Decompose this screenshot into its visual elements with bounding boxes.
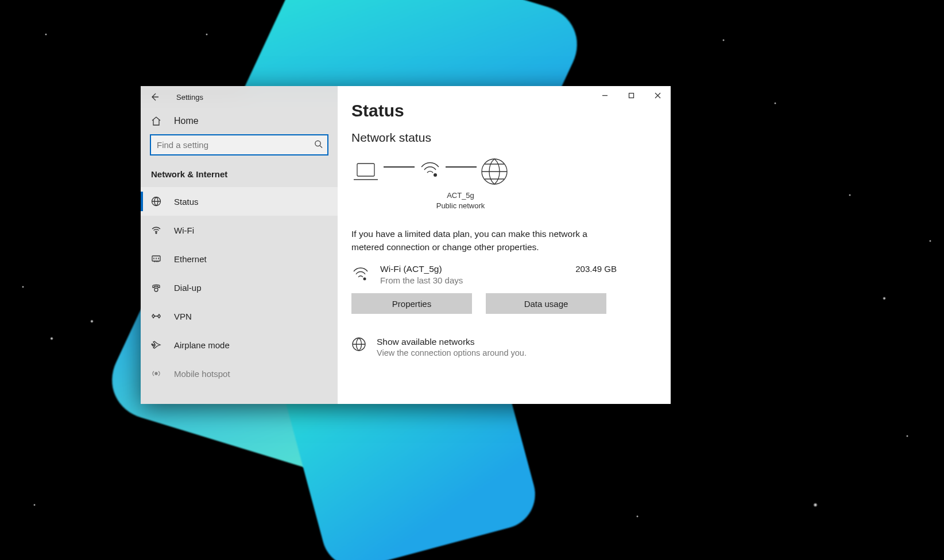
- hotspot-icon: [151, 368, 161, 379]
- available-title: Show available networks: [377, 337, 527, 347]
- sidebar-item-ethernet[interactable]: Ethernet: [141, 244, 338, 273]
- connector-line: [384, 166, 415, 168]
- maximize-button[interactable]: [618, 86, 644, 104]
- sidebar-item-label: Ethernet: [174, 254, 207, 264]
- data-usage-button[interactable]: Data usage: [486, 293, 606, 314]
- connector-line: [446, 166, 477, 168]
- sidebar-item-label: Airplane mode: [174, 340, 230, 350]
- home-icon: [151, 116, 161, 126]
- available-subtitle: View the connection options around you.: [377, 348, 527, 357]
- properties-button[interactable]: Properties: [351, 293, 472, 314]
- airplane-icon: [151, 340, 161, 350]
- ethernet-icon: [151, 254, 161, 264]
- svg-point-6: [158, 315, 160, 317]
- sidebar-item-label: Status: [174, 197, 199, 207]
- section-title: Network status: [351, 131, 657, 145]
- network-usage-block: Wi-Fi (ACT_5g) From the last 30 days 203…: [351, 264, 657, 285]
- network-name: Wi-Fi (ACT_5g): [380, 264, 565, 274]
- dialup-icon: [151, 282, 161, 293]
- close-button[interactable]: [644, 86, 671, 104]
- wifi-icon: [151, 225, 161, 235]
- globe-icon: [480, 157, 509, 188]
- svg-rect-9: [357, 164, 374, 176]
- sidebar-home[interactable]: Home: [141, 108, 338, 134]
- svg-point-10: [434, 173, 437, 177]
- globe-network-icon: [351, 337, 366, 354]
- svg-point-7: [155, 372, 157, 375]
- network-period: From the last 30 days: [380, 275, 565, 285]
- sidebar-item-label: Dial-up: [174, 283, 202, 293]
- show-available-networks[interactable]: Show available networks View the connect…: [351, 337, 657, 357]
- svg-point-5: [152, 315, 154, 317]
- diagram-caption: ACT_5g Public network: [409, 190, 512, 211]
- sidebar-item-status[interactable]: Status: [141, 187, 338, 216]
- sidebar-item-airplane[interactable]: Airplane mode: [141, 330, 338, 359]
- info-text: If you have a limited data plan, you can…: [351, 228, 593, 254]
- sidebar-item-hotspot[interactable]: Mobile hotspot: [141, 359, 338, 388]
- network-ssid: ACT_5g: [409, 190, 512, 201]
- titlebar: Settings: [141, 86, 338, 108]
- network-usage: 203.49 GB: [575, 264, 657, 274]
- svg-point-2: [156, 232, 157, 234]
- wifi-icon: [351, 264, 370, 285]
- sidebar-item-label: Wi-Fi: [174, 225, 194, 235]
- window-controls: [591, 86, 671, 104]
- sidebar-item-vpn[interactable]: VPN: [141, 302, 338, 330]
- minimize-button[interactable]: [591, 86, 618, 104]
- settings-window: Settings Home Network & Internet Stat: [141, 86, 671, 404]
- laptop-icon: [351, 160, 380, 185]
- wifi-icon: [418, 158, 442, 181]
- back-button[interactable]: [149, 91, 160, 103]
- sidebar-item-dialup[interactable]: Dial-up: [141, 273, 338, 302]
- arrow-left-icon: [150, 92, 159, 102]
- sidebar-item-wifi[interactable]: Wi-Fi: [141, 216, 338, 244]
- network-diagram: [351, 157, 657, 188]
- svg-point-4: [154, 288, 158, 291]
- svg-rect-8: [629, 93, 633, 98]
- sidebar-section-label: Network & Internet: [141, 162, 338, 187]
- vpn-icon: [151, 311, 161, 321]
- globe-icon: [151, 196, 161, 207]
- sidebar-nav: Status Wi-Fi Ethernet Dial-up: [141, 187, 338, 388]
- sidebar: Settings Home Network & Internet Stat: [141, 86, 338, 404]
- search-input[interactable]: [150, 134, 328, 155]
- svg-point-12: [363, 278, 366, 281]
- network-type: Public network: [409, 201, 512, 211]
- window-title: Settings: [176, 93, 203, 102]
- home-label: Home: [174, 116, 199, 126]
- sidebar-item-label: VPN: [174, 312, 192, 321]
- sidebar-item-label: Mobile hotspot: [174, 369, 230, 379]
- content-pane: Status Network status ACT_5g Public netw…: [338, 86, 671, 404]
